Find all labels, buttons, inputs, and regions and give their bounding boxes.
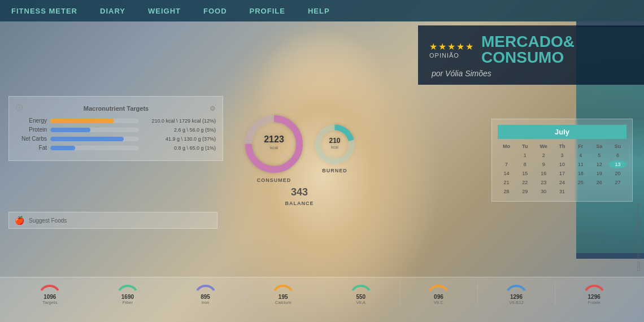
cal-header-sa: Sa: [590, 142, 608, 150]
nav-item-fitness-meter[interactable]: FITNESS METER: [11, 7, 77, 15]
food-icon: 🍎: [15, 216, 24, 225]
nav-item-weight[interactable]: WEIGHT: [148, 7, 181, 15]
cal-day-17[interactable]: 17: [554, 169, 571, 177]
macro-label-fat: Fat: [16, 145, 47, 151]
cal-day-15[interactable]: 15: [516, 169, 534, 177]
consumed-label: CONSUMED: [257, 177, 291, 183]
fiber-label: Fiber: [123, 300, 133, 305]
macro-bar-protein-fill: [50, 128, 90, 132]
brand-overlay: ★★★★★ Opinião MERCADO& CONSUMO por Vólia…: [418, 25, 644, 85]
balance-label: BALANCE: [285, 201, 314, 206]
macronutrient-panel: ⓘ Macronutrient Targets ⚙ Energy 210.0 k…: [8, 96, 223, 161]
cal-day-6[interactable]: 6: [609, 151, 626, 159]
cal-day-empty2: [572, 188, 589, 195]
svg-text:kcal: kcal: [270, 145, 278, 150]
nav-item-diary[interactable]: DIARY: [100, 7, 125, 15]
macro-row-fat: Fat 0.8 g \ 65.0 g (1%): [16, 145, 216, 151]
cal-day-1[interactable]: 1: [516, 151, 534, 159]
nutrient-fiber: 1690 Fiber: [89, 282, 167, 305]
info-icon: ⓘ: [16, 103, 23, 113]
watermark-text: Envato Elements / Arte M&C 2021: [636, 203, 641, 271]
folate-label: Folate: [588, 300, 601, 305]
cal-day-25[interactable]: 25: [572, 179, 589, 186]
cal-header-mo: Mo: [498, 142, 515, 150]
cal-day-2[interactable]: 2: [535, 151, 552, 159]
macro-values-protein: 2.6 g \ 56.0 g (5%): [142, 127, 216, 133]
cal-header-th: Th: [554, 142, 571, 150]
macro-label-protein: Protein: [16, 127, 47, 133]
fiber-value: 1690: [121, 294, 134, 300]
macro-bar-protein-bg: [50, 128, 139, 132]
cal-day-14[interactable]: 14: [498, 169, 515, 177]
cal-day-empty3: [590, 188, 608, 195]
macro-values-carbs: 41.9 g \ 130.0 g (37%): [142, 136, 216, 142]
vitc-value: 096: [434, 294, 443, 300]
cal-day-8[interactable]: 8: [516, 160, 534, 168]
nutrient-vitb12: 1296 Vit.B12: [478, 282, 556, 305]
cal-day-22[interactable]: 22: [516, 179, 534, 186]
cal-day-5[interactable]: 5: [590, 151, 608, 159]
cal-day-31[interactable]: 31: [554, 188, 571, 195]
folate-value: 1296: [588, 294, 601, 300]
macro-values-energy: 210.0 kcal \ 1729 kcal (12%): [142, 118, 216, 124]
vita-label: Vit.A: [356, 300, 365, 305]
macro-values-fat: 0.8 g \ 65.0 g (1%): [142, 145, 216, 151]
nav-item-food[interactable]: FOOD: [203, 7, 227, 15]
cal-day-28[interactable]: 28: [498, 188, 515, 195]
svg-text:kcal: kcal: [331, 145, 338, 149]
cal-day-10[interactable]: 10: [554, 160, 571, 168]
balance-value: 343: [285, 186, 314, 198]
macro-label-carbs: Net Carbs: [16, 136, 47, 142]
macro-row-protein: Protein 2.6 g \ 56.0 g (5%): [16, 127, 216, 133]
vitb12-label: Vit.B12: [509, 300, 524, 305]
nutrient-targets: 1096 Targets: [11, 282, 89, 305]
brand-stars: ★★★★★: [429, 41, 475, 52]
iron-label: Iron: [202, 300, 210, 305]
macro-bar-carbs-fill: [50, 137, 124, 141]
nav-item-help[interactable]: HELP: [308, 7, 330, 15]
cal-header-we: We: [535, 142, 552, 150]
macros-panel-title: Macronutrient Targets: [84, 105, 149, 112]
macro-bar-energy-bg: [50, 119, 139, 123]
calendar-panel: July Mo Tu We Th Fr Sa Su 1 2 3 4 5 6 7 …: [491, 119, 633, 202]
brand-opinion-label: Opinião: [429, 52, 459, 59]
cal-day-7[interactable]: 7: [498, 160, 515, 168]
cal-day-4[interactable]: 4: [572, 151, 589, 159]
cal-day-3[interactable]: 3: [554, 151, 571, 159]
cal-day-16[interactable]: 16: [535, 169, 552, 177]
suggest-foods-row[interactable]: 🍎 Suggest Foods: [8, 212, 217, 229]
cal-day-27[interactable]: 27: [609, 179, 626, 186]
nutrient-iron: 895 Iron: [167, 282, 245, 305]
svg-text:2123: 2123: [264, 134, 284, 144]
settings-icon[interactable]: ⚙: [210, 105, 216, 112]
brand-name: MERCADO& CONSUMO: [481, 34, 575, 66]
cal-day-19[interactable]: 19: [590, 169, 608, 177]
top-navigation: FITNESS METER DIARY WEIGHT FOOD PROFILE …: [0, 0, 644, 21]
cal-day-9[interactable]: 9: [535, 160, 552, 168]
cal-day-20[interactable]: 20: [609, 169, 626, 177]
calcium-label: Calcium: [275, 300, 291, 305]
cal-header-fr: Fr: [572, 142, 589, 150]
cal-day-26[interactable]: 26: [590, 179, 608, 186]
suggest-foods-label: Suggest Foods: [29, 217, 67, 224]
macro-bar-energy-fill: [50, 119, 114, 123]
cal-day-30[interactable]: 30: [535, 188, 552, 195]
cal-day-21[interactable]: 21: [498, 179, 515, 186]
targets-value: 1096: [43, 294, 56, 300]
cal-day-18[interactable]: 18: [572, 169, 589, 177]
cal-day-11[interactable]: 11: [572, 160, 589, 168]
cal-header-tu: Tu: [516, 142, 534, 150]
cal-day-29[interactable]: 29: [516, 188, 534, 195]
macro-row-carbs: Net Carbs 41.9 g \ 130.0 g (37%): [16, 136, 216, 142]
cal-day-23[interactable]: 23: [535, 179, 552, 186]
nutrient-vitc: 096 Vit.C: [400, 282, 478, 305]
targets-label: Targets: [42, 300, 57, 305]
cal-day-24[interactable]: 24: [554, 179, 571, 186]
cal-day-12[interactable]: 12: [590, 160, 608, 168]
nav-item-profile[interactable]: PROFILE: [250, 7, 285, 15]
vita-value: 550: [356, 294, 365, 300]
cal-day-empty: [498, 151, 515, 159]
cal-day-13-today[interactable]: 13: [609, 160, 626, 168]
macro-label-energy: Energy: [16, 118, 47, 124]
nutrient-calcium: 195 Calcium: [245, 282, 323, 305]
